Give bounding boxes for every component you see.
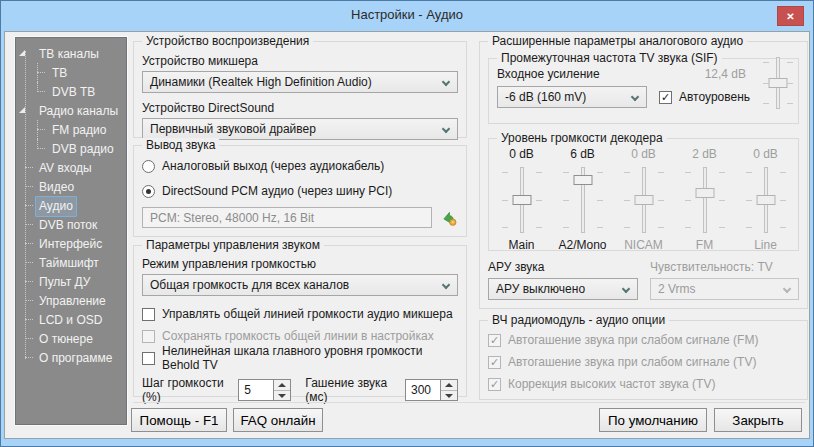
sidebar-item-пульт-ду[interactable]: Пульт ДУ <box>16 272 126 291</box>
volume-step-label: Шаг громкости (%) <box>142 376 230 404</box>
faq-online-button[interactable]: FAQ онлайн <box>233 408 323 432</box>
settings-nav-panel: ТВ каналыТВDVB ТВРадио каналыFM радиоDVB… <box>15 37 127 425</box>
help-button[interactable]: Помощь - F1 <box>131 408 227 432</box>
checkbox-icon: ✓ <box>488 334 501 347</box>
pcm-format-field: PCM: Stereo, 48000 Hz, 16 Bit <box>142 207 432 228</box>
directsound-pcm-radio[interactable]: DirectSound PCM аудио (через шину PCI) <box>142 182 458 200</box>
checkbox-icon <box>142 352 155 365</box>
directsound-pcm-label: DirectSound PCM аудио (через шину PCI) <box>162 184 392 198</box>
sidebar-item-label: ТВ <box>48 63 71 84</box>
sidebar-item-аудио[interactable]: Аудио <box>16 196 126 215</box>
sidebar-item-dvb-тв[interactable]: DVB ТВ <box>16 82 126 101</box>
slider-thumb[interactable] <box>512 195 531 205</box>
pcm-format-value: PCM: Stereo, 48000 Hz, 16 Bit <box>150 211 314 225</box>
chevron-down-icon <box>622 285 630 293</box>
sidebar-item-тв-каналы[interactable]: ТВ каналы <box>16 44 126 63</box>
mixer-device-select[interactable]: Динамики (Realtek High Definition Audio) <box>142 71 458 93</box>
sidebar-item-label: ТВ каналы <box>35 44 103 65</box>
sif-level-slider <box>760 57 796 109</box>
volume-step-stepper[interactable]: 5 <box>238 379 291 401</box>
defaults-button[interactable]: По умолчанию <box>599 408 707 432</box>
volume-control-group: Параметры управления звуком Режим управл… <box>133 245 467 397</box>
sidebar-item-dvb-радио[interactable]: DVB радио <box>16 139 126 158</box>
chevron-down-icon <box>442 281 450 289</box>
close-icon: ✕ <box>786 11 794 22</box>
sidebar-item-label: Управление <box>35 291 110 312</box>
sidebar-item-интерфейс[interactable]: Интерфейс <box>16 234 126 253</box>
sidebar-item-dvb-поток[interactable]: DVB поток <box>16 215 126 234</box>
mixer-device-label: Устройство микшера <box>142 54 458 68</box>
sidebar-item-label: DVB поток <box>35 215 101 236</box>
sensitivity-select: 2 Vrms <box>650 278 799 300</box>
mute-time-label: Гашение звука (мс) <box>305 376 397 404</box>
volume-slider[interactable] <box>499 167 545 233</box>
nonlinear-volume-scale-checkbox[interactable]: Нелинейная шкала главного уровня громкос… <box>142 349 458 367</box>
slider-value-label: 0 dB <box>735 147 796 163</box>
close-button[interactable]: ✕ <box>777 6 804 26</box>
playback-device-group: Устройство воспроизведения Устройство ми… <box>133 41 467 138</box>
window-title: Настройки - Аудио <box>1 7 813 22</box>
mute-time-stepper[interactable]: 300 <box>405 379 458 401</box>
group-title: Расширенные параметры аналогового аудио <box>488 34 747 48</box>
spin-down-icon[interactable] <box>441 390 457 401</box>
slider-value-label: 2 dB <box>674 147 735 163</box>
sidebar-item-av-входы[interactable]: AV входы <box>16 158 126 177</box>
volume-mode-label: Режим управления громкостью <box>142 257 458 271</box>
checkbox-icon <box>142 330 155 343</box>
sidebar-item-label: О тюнере <box>35 329 97 350</box>
dialog-content: ТВ каналыТВDVB ТВРадио каналыFM радиоDVB… <box>4 31 810 439</box>
input-gain-value: -6 dB (160 mV) <box>505 90 586 104</box>
sound-output-group: Вывод звука Аналоговый выход (через ауди… <box>133 145 467 237</box>
analog-output-label: Аналоговый выход (через аудиокабель) <box>162 159 384 173</box>
input-gain-label: Входное усиление <box>497 67 600 81</box>
sidebar-item-label: FM радио <box>48 120 110 141</box>
sidebar-item-о-программе[interactable]: О программе <box>16 348 126 367</box>
mute-time-value: 300 <box>405 379 441 401</box>
rf-option-checkbox: ✓Автогашение звука при слабом сигнале (F… <box>488 331 799 349</box>
directsound-device-select[interactable]: Первичный звуковой драйвер <box>142 118 458 140</box>
chevron-down-icon <box>442 78 450 86</box>
slider-thumb[interactable] <box>573 175 592 185</box>
sidebar-item-о-тюнере[interactable]: О тюнере <box>16 329 126 348</box>
advanced-analog-audio-group: Расширенные параметры аналогового аудио … <box>479 41 808 309</box>
sidebar-item-label: Интерфейс <box>35 234 106 255</box>
volume-step-value: 5 <box>238 379 274 401</box>
rf-checkbox-list: ✓Автогашение звука при слабом сигнале (F… <box>480 321 807 393</box>
mixer-device-value: Динамики (Realtek High Definition Audio) <box>150 75 372 89</box>
autolevel-checkbox[interactable]: ✓Автоуровень <box>659 88 750 106</box>
slider-name-label: A2/Mono <box>552 238 613 254</box>
radio-icon <box>142 185 155 198</box>
input-gain-select[interactable]: -6 dB (160 mV) <box>497 86 647 108</box>
analog-output-radio[interactable]: Аналоговый выход (через аудиокабель) <box>142 157 458 175</box>
sidebar-item-видео[interactable]: Видео <box>16 177 126 196</box>
slider-thumb <box>634 195 653 205</box>
agc-value: АРУ выключено <box>496 282 585 296</box>
close-dialog-button[interactable]: Закрыть <box>714 408 802 432</box>
volume-mode-select[interactable]: Общая громкость для всех каналов <box>142 274 458 296</box>
sidebar-item-тв[interactable]: ТВ <box>16 63 126 82</box>
sensitivity-label: Чувствительность: TV <box>650 260 773 274</box>
sidebar-item-fm-радио[interactable]: FM радио <box>16 120 126 139</box>
refresh-icon[interactable] <box>441 209 458 227</box>
sidebar-item-управление[interactable]: Управление <box>16 291 126 310</box>
spin-up-icon[interactable] <box>441 380 457 390</box>
tree-expander-icon[interactable] <box>19 50 25 56</box>
slider-name-label: Main <box>491 238 552 254</box>
spin-down-icon[interactable] <box>274 390 290 401</box>
sidebar-item-label: О программе <box>35 348 116 369</box>
title-bar[interactable]: Настройки - Аудио ✕ <box>1 1 813 31</box>
sidebar-item-таймшифт[interactable]: Таймшифт <box>16 253 126 272</box>
decoder-slider-nicam: 0 dBNICAM <box>613 147 674 254</box>
spin-up-icon[interactable] <box>274 380 290 390</box>
mixer-master-line-checkbox[interactable]: Управлять общей линией громкости аудио м… <box>142 305 458 323</box>
slider-value-label: 6 dB <box>552 147 613 163</box>
sidebar-item-радио-каналы[interactable]: Радио каналы <box>16 101 126 120</box>
agc-select[interactable]: АРУ выключено <box>488 278 638 300</box>
tree-expander-icon[interactable] <box>19 107 25 113</box>
sidebar-item-label: DVB радио <box>48 139 118 160</box>
rf-module-group: ВЧ радиомодуль - аудио опции ✓Автогашени… <box>479 320 808 400</box>
slider-thumb <box>769 78 788 88</box>
sidebar-item-lcd-и-osd[interactable]: LCD и OSD <box>16 310 126 329</box>
volume-slider <box>682 167 728 233</box>
volume-slider[interactable] <box>560 167 606 233</box>
